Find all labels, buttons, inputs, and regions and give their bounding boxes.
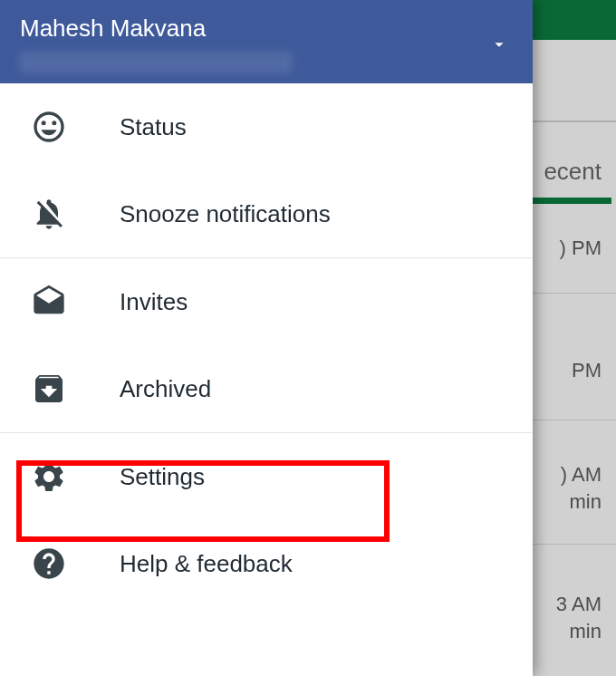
drawer-menu-list: Status Snooze notifications Invites Arch… [0,83,533,676]
account-dropdown-icon[interactable] [489,34,509,58]
gear-icon [29,457,69,497]
menu-item-label: Settings [120,463,205,491]
archive-icon [29,369,69,409]
menu-item-label: Snooze notifications [120,200,331,228]
help-icon [29,544,69,584]
menu-item-settings[interactable]: Settings [0,433,533,520]
menu-item-label: Archived [120,375,211,403]
menu-item-invites[interactable]: Invites [0,258,533,345]
navigation-drawer: Mahesh Makvana Status Snooze notificatio… [0,0,533,676]
bell-off-icon [29,194,69,234]
smiley-icon [29,107,69,147]
menu-item-label: Invites [120,288,188,316]
account-email-blurred [20,52,292,73]
account-name: Mahesh Makvana [20,14,513,43]
menu-item-help[interactable]: Help & feedback [0,520,533,607]
menu-item-label: Status [120,113,187,141]
menu-item-status[interactable]: Status [0,83,533,170]
envelope-open-icon [29,282,69,322]
menu-item-archived[interactable]: Archived [0,345,533,432]
menu-item-label: Help & feedback [120,550,293,578]
menu-item-snooze[interactable]: Snooze notifications [0,170,533,257]
drawer-account-header[interactable]: Mahesh Makvana [0,0,533,83]
